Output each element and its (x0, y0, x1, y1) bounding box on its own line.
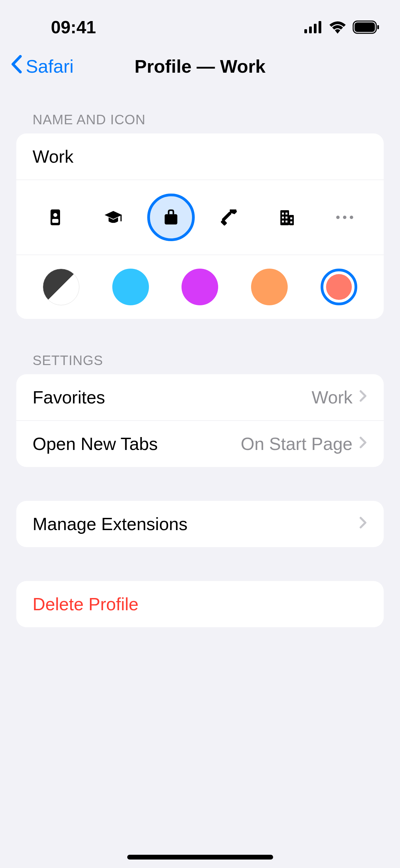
more-icon (336, 216, 353, 219)
name-icon-group: Work (16, 133, 384, 319)
delete-profile-row[interactable]: Delete Profile (16, 581, 384, 627)
color-option-cyan[interactable] (112, 269, 149, 305)
status-time: 09:41 (20, 17, 96, 37)
page-title: Profile — Work (134, 56, 265, 77)
color-option-coral[interactable] (321, 269, 357, 305)
svg-rect-2 (314, 24, 317, 33)
open-new-tabs-value: On Start Page (241, 434, 353, 454)
badge-icon (46, 208, 65, 227)
icon-option-hammer[interactable] (205, 194, 253, 241)
back-label: Safari (26, 56, 74, 77)
delete-profile-label: Delete Profile (33, 594, 138, 614)
chevron-right-icon (359, 436, 367, 452)
icon-picker-row (16, 180, 384, 255)
chevron-right-icon (359, 389, 367, 405)
color-option-black-white[interactable] (43, 269, 79, 305)
svg-rect-16 (282, 213, 284, 215)
svg-rect-22 (290, 217, 292, 219)
favorites-row[interactable]: Favorites Work (16, 374, 384, 420)
svg-rect-19 (286, 217, 288, 219)
svg-rect-18 (282, 217, 284, 219)
manage-extensions-row[interactable]: Manage Extensions (16, 501, 384, 547)
icon-option-more[interactable] (321, 194, 368, 241)
icon-option-graduation[interactable] (90, 194, 137, 241)
delete-group: Delete Profile (16, 581, 384, 627)
icon-option-briefcase[interactable] (147, 194, 195, 241)
svg-rect-1 (309, 26, 312, 33)
briefcase-icon (161, 208, 180, 227)
status-icons (304, 20, 380, 34)
svg-rect-5 (355, 22, 375, 32)
color-picker-row (16, 255, 384, 319)
battery-icon (353, 20, 380, 34)
svg-rect-17 (286, 213, 288, 215)
chevron-left-icon (10, 55, 22, 78)
svg-rect-9 (52, 219, 59, 223)
status-bar: 09:41 (0, 0, 400, 44)
icon-option-badge[interactable] (32, 194, 79, 241)
hammer-icon (220, 208, 239, 227)
svg-rect-6 (377, 25, 379, 29)
building-icon (277, 208, 296, 227)
svg-rect-3 (319, 21, 321, 33)
extensions-group: Manage Extensions (16, 501, 384, 547)
svg-rect-21 (286, 220, 288, 222)
manage-extensions-label: Manage Extensions (33, 514, 188, 534)
svg-rect-13 (222, 212, 232, 222)
section-header-settings: SETTINGS (16, 353, 384, 374)
open-new-tabs-row[interactable]: Open New Tabs On Start Page (16, 420, 384, 467)
svg-rect-14 (281, 210, 289, 225)
svg-rect-23 (290, 221, 292, 223)
color-option-orange[interactable] (251, 269, 288, 305)
section-header-name-icon: NAME AND ICON (16, 112, 384, 133)
settings-section: SETTINGS Favorites Work Open New Tabs On… (16, 353, 384, 467)
open-new-tabs-label: Open New Tabs (33, 434, 158, 454)
svg-rect-20 (282, 220, 284, 222)
wifi-icon (329, 21, 346, 34)
profile-name-value: Work (33, 146, 367, 167)
graduation-cap-icon (104, 208, 123, 227)
profile-name-row[interactable]: Work (16, 133, 384, 180)
svg-point-8 (53, 213, 57, 217)
navigation-bar: Safari Profile — Work (0, 44, 400, 88)
icon-option-building[interactable] (263, 194, 310, 241)
back-button[interactable]: Safari (10, 55, 74, 78)
favorites-value: Work (312, 387, 353, 408)
color-option-magenta[interactable] (182, 269, 218, 305)
svg-rect-11 (165, 214, 177, 224)
cellular-icon (304, 21, 323, 33)
home-indicator[interactable] (127, 855, 273, 860)
svg-rect-15 (289, 215, 294, 225)
svg-rect-0 (304, 29, 307, 33)
favorites-label: Favorites (33, 387, 105, 408)
chevron-right-icon (359, 516, 367, 532)
settings-group: Favorites Work Open New Tabs On Start Pa… (16, 374, 384, 467)
svg-rect-10 (120, 215, 122, 221)
